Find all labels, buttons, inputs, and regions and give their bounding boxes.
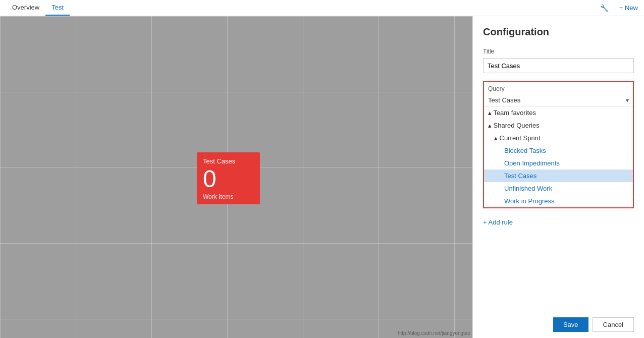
edit-icon-button[interactable]: 🔧 xyxy=(598,3,611,13)
canvas-area: Test Cases 0 Work Items http://blog.csdn… xyxy=(0,16,472,338)
pencil-icon: 🔧 xyxy=(600,4,609,12)
query-label: Query xyxy=(484,82,633,94)
main-layout: Test Cases 0 Work Items http://blog.csdn… xyxy=(0,16,644,338)
current-sprint-group[interactable]: ▴ Current Sprint xyxy=(484,132,633,144)
chevron-down-icon: ▾ xyxy=(626,97,629,104)
widget-card-title: Test Cases xyxy=(203,157,254,165)
add-rule[interactable]: + Add rule xyxy=(483,214,634,226)
open-impediments-item[interactable]: Open Impediments xyxy=(484,157,633,170)
unfinished-work-item[interactable]: Unfinished Work xyxy=(484,182,633,195)
new-button[interactable]: + New xyxy=(619,4,638,12)
watermark: http://blog.csdn.net/jiangyongtao xyxy=(398,330,470,336)
right-panel: Configuration Title Query Test Cases ▾ ▴… xyxy=(472,16,644,338)
widget-card-count: 0 xyxy=(203,167,254,191)
top-bar-actions: 🔧 + New xyxy=(598,3,638,13)
query-dropdown-list: ▴ Team favorites ▴ Shared Queries ▴ Curr… xyxy=(484,106,633,207)
test-cases-item[interactable]: Test Cases xyxy=(484,170,633,182)
title-field-label: Title xyxy=(483,48,634,55)
widget-card-label: Work Items xyxy=(203,193,254,200)
blocked-tasks-item[interactable]: Blocked Tasks xyxy=(484,144,633,157)
divider xyxy=(615,4,615,12)
work-in-progress-item[interactable]: Work in Progress xyxy=(484,195,633,207)
tabs-container: Overview Test xyxy=(6,0,70,16)
tab-overview[interactable]: Overview xyxy=(6,0,45,16)
panel-footer: Save Cancel xyxy=(473,311,644,338)
query-section: Query Test Cases ▾ ▴ Team favorites ▴ Sh… xyxy=(483,81,634,208)
shared-queries-group[interactable]: ▴ Shared Queries xyxy=(484,119,633,132)
top-bar: Overview Test 🔧 + New xyxy=(0,0,644,16)
save-button[interactable]: Save xyxy=(553,317,588,332)
query-dropdown[interactable]: Test Cases ▾ xyxy=(484,94,633,106)
add-rule-label: + Add rule xyxy=(483,218,513,226)
tab-test[interactable]: Test xyxy=(45,0,70,16)
panel-title: Configuration xyxy=(483,26,634,38)
title-input[interactable] xyxy=(483,58,634,73)
panel-content: Configuration Title Query Test Cases ▾ ▴… xyxy=(473,16,644,311)
team-favorites-group[interactable]: ▴ Team favorites xyxy=(484,106,633,119)
widget-card[interactable]: Test Cases 0 Work Items xyxy=(197,152,260,204)
cancel-button[interactable]: Cancel xyxy=(593,317,634,332)
query-selected-value: Test Cases xyxy=(488,96,626,104)
